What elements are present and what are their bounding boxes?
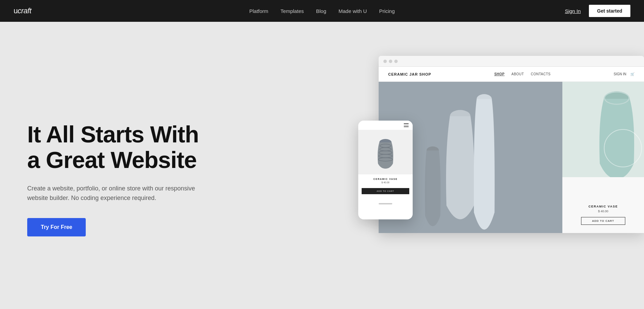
try-free-button[interactable]: Try For Free bbox=[27, 218, 86, 236]
mobile-product-info: CERAMIC VASE $ 40.00 ADD TO CART bbox=[358, 174, 413, 198]
desktop-image-right: CERAMIC VASE $ 40.00 ADD TO CART bbox=[562, 82, 644, 233]
mockup-nav-right: SIGN IN 🛒 bbox=[614, 72, 634, 76]
right-vase-container bbox=[562, 82, 644, 180]
mockup-nav-shop: SHOP bbox=[494, 72, 505, 76]
product-name: CERAMIC VASE bbox=[581, 205, 625, 208]
nav-item-pricing[interactable]: Pricing bbox=[379, 8, 395, 14]
mobile-vase-image bbox=[375, 136, 396, 169]
mobile-product-name: CERAMIC VASE bbox=[362, 178, 409, 180]
logo[interactable]: ucraft bbox=[14, 6, 31, 15]
get-started-button[interactable]: Get started bbox=[589, 5, 630, 17]
header-right: Sign In Get started bbox=[565, 5, 630, 17]
main-nav: Platform Templates Blog Made with U Pric… bbox=[249, 8, 395, 14]
hamburger-icon bbox=[404, 123, 409, 127]
mobile-product-price: $ 40.00 bbox=[362, 181, 409, 184]
mobile-add-to-cart-button[interactable]: ADD TO CART bbox=[362, 188, 409, 194]
mobile-mockup: CERAMIC VASE $ 40.00 ADD TO CART bbox=[358, 121, 413, 219]
nav-item-made-with-u[interactable]: Made with U bbox=[338, 8, 367, 14]
header: ucraft Platform Templates Blog Made with… bbox=[0, 0, 644, 22]
home-indicator bbox=[379, 203, 392, 204]
mobile-bottom bbox=[358, 200, 413, 208]
hamburger-line-2 bbox=[404, 125, 409, 126]
logo-text: ucraft bbox=[14, 6, 31, 15]
desktop-mockup: CERAMIC JAR SHOP SHOP ABOUT CONTACTS SIG… bbox=[379, 56, 644, 233]
hamburger-line-3 bbox=[404, 126, 409, 127]
mobile-header bbox=[358, 121, 413, 130]
nav-item-templates[interactable]: Templates bbox=[281, 8, 304, 14]
desktop-topbar bbox=[379, 56, 644, 67]
window-dot-3 bbox=[394, 60, 398, 63]
hero-subtitle: Create a website, portfolio, or online s… bbox=[27, 184, 204, 203]
mockup-nav-contacts: CONTACTS bbox=[531, 72, 550, 76]
hero-content: It All Starts With a Great Website Creat… bbox=[27, 94, 204, 236]
mobile-product-image bbox=[358, 130, 413, 174]
product-info: CERAMIC VASE $ 40.00 ADD TO CART bbox=[581, 202, 625, 225]
hero-title: It All Starts With a Great Website bbox=[27, 122, 204, 173]
window-dot-1 bbox=[383, 60, 387, 63]
mockup-nav: SHOP ABOUT CONTACTS bbox=[494, 72, 551, 76]
hamburger-line-1 bbox=[404, 123, 409, 124]
mockup-cart-icon: 🛒 bbox=[630, 72, 634, 76]
desktop-navbar: CERAMIC JAR SHOP SHOP ABOUT CONTACTS SIG… bbox=[379, 67, 644, 82]
add-to-cart-button[interactable]: ADD TO CART bbox=[581, 217, 625, 225]
mockup-sign-in: SIGN IN bbox=[614, 72, 626, 76]
mockup-nav-about: ABOUT bbox=[511, 72, 524, 76]
desktop-content: CERAMIC VASE $ 40.00 ADD TO CART bbox=[379, 82, 644, 233]
window-dot-2 bbox=[389, 60, 392, 63]
mockup-site-title: CERAMIC JAR SHOP bbox=[388, 72, 431, 76]
hero-section: It All Starts With a Great Website Creat… bbox=[0, 22, 644, 309]
sign-in-link[interactable]: Sign In bbox=[565, 8, 581, 14]
product-price: $ 40.00 bbox=[581, 210, 625, 213]
nav-item-blog[interactable]: Blog bbox=[316, 8, 326, 14]
right-vase-image bbox=[562, 82, 644, 177]
nav-item-platform[interactable]: Platform bbox=[249, 8, 268, 14]
hero-visual: CERAMIC JAR SHOP SHOP ABOUT CONTACTS SIG… bbox=[351, 42, 644, 308]
